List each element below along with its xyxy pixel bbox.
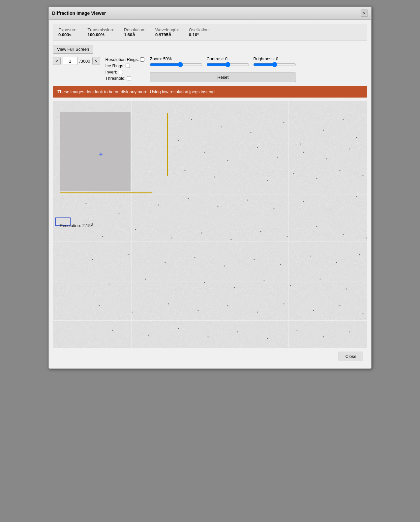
svg-point-23 — [349, 149, 350, 150]
svg-point-43 — [135, 229, 136, 230]
resolution-rings-label: Resolution Rings: — [105, 57, 139, 62]
svg-point-56 — [224, 266, 225, 267]
nav-current-input[interactable] — [63, 57, 77, 65]
svg-point-49 — [316, 226, 317, 227]
svg-point-82 — [112, 330, 113, 331]
invert-row: Invert: — [105, 70, 145, 74]
resolution-text: Resolution: 2.15Å — [60, 223, 94, 228]
svg-point-62 — [109, 284, 110, 285]
threshold-label: Threshold: — [105, 76, 126, 81]
svg-point-64 — [175, 289, 176, 290]
gray-panel — [60, 112, 131, 191]
oscillation-value: 0.10° — [189, 32, 210, 37]
ice-rings-row: Ice Rings: — [105, 63, 145, 68]
svg-point-17 — [204, 152, 205, 153]
svg-point-50 — [343, 234, 344, 235]
close-dialog-button[interactable]: Close — [339, 352, 363, 361]
threshold-row: Threshold: — [105, 76, 145, 81]
svg-point-89 — [323, 336, 324, 337]
nav-total: /3600 — [79, 59, 90, 64]
svg-point-88 — [297, 330, 298, 331]
transmission-value: 100.00% — [88, 32, 114, 37]
three-sliders: Zoom: 59% Contrast: 0 Brightness: 0 — [150, 56, 296, 67]
svg-point-33 — [119, 213, 120, 214]
svg-point-79 — [313, 310, 314, 311]
svg-point-9 — [221, 127, 222, 128]
svg-point-12 — [284, 122, 285, 123]
dialog-title: Diffraction Image Viewer — [52, 11, 106, 16]
oscillation-label: Oscillation: — [189, 27, 210, 32]
svg-point-70 — [346, 289, 347, 290]
svg-point-75 — [198, 310, 199, 311]
oscillation-meta: Oscillation: 0.10° — [189, 27, 210, 37]
svg-point-87 — [267, 338, 268, 339]
svg-point-86 — [237, 332, 238, 333]
svg-point-58 — [280, 264, 281, 265]
brightness-label: Brightness: 0 — [253, 56, 296, 61]
svg-point-81 — [363, 313, 364, 314]
resolution-rings-checkbox[interactable] — [140, 57, 144, 62]
svg-point-46 — [231, 239, 232, 240]
exposure-value: 0.003s — [58, 32, 78, 37]
controls-section: < /3600 > Resolution Rings: Ice Rings: I… — [53, 56, 367, 82]
reset-button[interactable]: Reset — [150, 72, 296, 82]
view-fullscreen-button[interactable]: View Full Screen — [53, 45, 93, 54]
title-bar: Diffraction Image Viewer × — [49, 7, 371, 20]
title-close-button[interactable]: × — [361, 10, 368, 17]
svg-point-85 — [208, 336, 209, 337]
svg-point-37 — [247, 200, 248, 201]
svg-point-15 — [343, 119, 344, 120]
diffraction-image-viewer-dialog: Diffraction Image Viewer × Exposure: 0.0… — [48, 7, 372, 369]
nav-controls: < /3600 > — [53, 57, 100, 65]
resolution-label: Resolution: — [124, 27, 145, 32]
transmission-meta: Transmission: 100.00% — [88, 27, 114, 37]
invert-label: Invert: — [105, 70, 117, 74]
zoom-slider[interactable] — [150, 62, 202, 67]
svg-point-30 — [340, 170, 341, 171]
svg-point-60 — [336, 262, 337, 263]
svg-point-66 — [234, 287, 235, 288]
svg-point-27 — [267, 180, 268, 181]
svg-point-84 — [178, 328, 179, 329]
nav-next-button[interactable]: > — [92, 57, 100, 65]
svg-point-13 — [300, 144, 301, 145]
contrast-slider[interactable] — [206, 62, 249, 67]
metadata-bar: Exposure: 0.003s Transmission: 100.00% R… — [53, 24, 367, 41]
svg-point-47 — [260, 231, 261, 232]
warning-message: These images dont look to be on disk any… — [57, 89, 215, 94]
svg-point-65 — [204, 282, 205, 283]
svg-point-54 — [165, 262, 166, 263]
svg-point-77 — [257, 312, 258, 313]
svg-point-41 — [356, 196, 357, 197]
svg-point-90 — [349, 332, 350, 333]
svg-point-68 — [290, 285, 291, 286]
svg-point-29 — [316, 178, 317, 179]
ice-rings-checkbox[interactable] — [126, 64, 130, 68]
zoom-slider-row: Zoom: 59% — [150, 56, 202, 67]
svg-point-74 — [168, 304, 169, 304]
resolution-meta: Resolution: 1.60Å — [124, 27, 145, 37]
svg-point-73 — [132, 312, 133, 313]
svg-point-32 — [86, 203, 87, 204]
warning-bar: These images dont look to be on disk any… — [53, 86, 367, 98]
svg-point-28 — [293, 173, 294, 174]
contrast-slider-row: Contrast: 0 — [206, 56, 249, 67]
svg-point-44 — [171, 238, 172, 239]
brightness-slider-row: Brightness: 0 — [253, 56, 296, 67]
threshold-checkbox[interactable] — [127, 76, 131, 80]
svg-point-48 — [287, 236, 288, 237]
svg-point-51 — [366, 238, 367, 239]
sliders-and-reset: Zoom: 59% Contrast: 0 Brightness: 0 Rese… — [150, 56, 296, 82]
svg-point-24 — [185, 170, 186, 171]
svg-point-18 — [227, 160, 228, 161]
image-area[interactable]: + — [53, 101, 367, 348]
svg-point-40 — [330, 210, 331, 211]
contrast-label: Contrast: 0 — [206, 56, 249, 61]
brightness-slider[interactable] — [253, 62, 296, 67]
wavelength-meta: Wavelength: 0.9795Å — [155, 27, 179, 37]
nav-prev-button[interactable]: < — [53, 57, 61, 65]
invert-checkbox[interactable] — [119, 70, 123, 74]
resolution-rings-row: Resolution Rings: — [105, 57, 145, 62]
wavelength-label: Wavelength: — [155, 27, 179, 32]
diffraction-svg: + — [53, 101, 367, 348]
